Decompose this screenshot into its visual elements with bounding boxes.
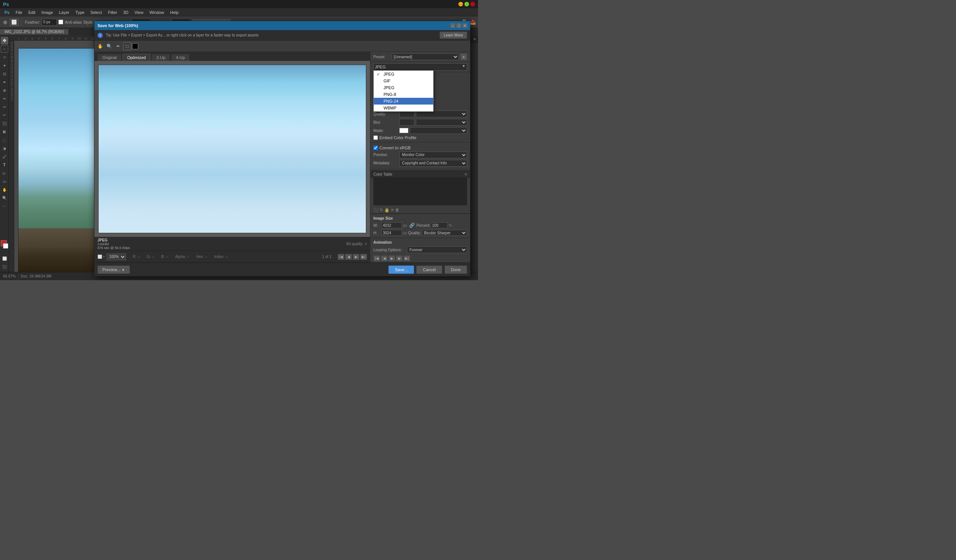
blur-select-arrow[interactable] bbox=[416, 119, 467, 125]
looping-row: Looping Options: Forever bbox=[373, 246, 467, 254]
sfw-close-button[interactable]: ✕ bbox=[462, 24, 467, 28]
color-table-icon4[interactable]: ✕ bbox=[391, 208, 394, 212]
percent-input[interactable] bbox=[431, 222, 448, 228]
preview-button[interactable]: Preview... ▼ bbox=[97, 265, 130, 274]
anim-prev-button[interactable]: ◀ bbox=[345, 254, 352, 260]
preview-settings-label: Preview: bbox=[373, 153, 398, 157]
checkmark-jpeg1: ✓ bbox=[377, 72, 381, 76]
height-size-label: H: bbox=[373, 231, 380, 235]
sfw-zoom-tool[interactable]: 🔍 bbox=[105, 42, 113, 50]
embed-color-checkbox[interactable] bbox=[373, 135, 378, 140]
embed-color-label: Embed Color Profile bbox=[379, 135, 416, 140]
sfw-title-bar: Save for Web (100%) — □ ✕ bbox=[94, 21, 470, 30]
sfw-info-bar: JPEG 3,643M 676 sec @ 56.6 Kbps 80 quali… bbox=[94, 237, 370, 251]
anim-go-first[interactable]: |◀ bbox=[373, 256, 380, 261]
preset-row: Preset: [Unnamed] ≡ bbox=[370, 52, 470, 62]
tip-text: Tip: Use File > Export > Export As... or… bbox=[106, 33, 437, 37]
cancel-button[interactable]: Cancel bbox=[416, 265, 442, 274]
sfw-toolbar: ✋ 🔍 ✒ □ bbox=[94, 41, 470, 52]
matte-swatch[interactable] bbox=[399, 128, 408, 133]
preset-menu-button[interactable]: ≡ bbox=[460, 53, 467, 60]
format-option-jpeg1[interactable]: ✓ JPEG bbox=[374, 71, 433, 77]
format-option-jpeg2[interactable]: JPEG bbox=[374, 84, 433, 91]
convert-srgb-row: Convert to sRGB bbox=[370, 144, 470, 151]
sfw-minimize-button[interactable]: — bbox=[451, 24, 455, 28]
sfw-tab-2up[interactable]: 2-Up bbox=[151, 54, 170, 61]
preset-select[interactable]: [Unnamed] bbox=[392, 53, 459, 60]
sfw-tab-original[interactable]: Original bbox=[97, 54, 121, 61]
anim-go-prev[interactable]: ◀ bbox=[381, 256, 388, 261]
quality-resample-select[interactable]: Bicubic Sharper bbox=[422, 230, 467, 236]
format-option-wbmp[interactable]: WBMP bbox=[374, 105, 433, 111]
looping-label: Looping Options: bbox=[373, 248, 406, 252]
quality-resample-label: Quality: bbox=[408, 231, 421, 235]
anim-go-play[interactable]: ▶ bbox=[388, 256, 395, 261]
sfw-action-buttons: Preview... ▼ Save... Cancel Done bbox=[94, 262, 470, 276]
sfw-foreground-swatch[interactable] bbox=[132, 43, 138, 49]
pixel-index-info: Index: -- bbox=[214, 255, 228, 259]
sfw-tab-optimized[interactable]: Optimized bbox=[122, 54, 151, 61]
info-menu-icon[interactable]: ≡ bbox=[365, 242, 367, 246]
quality-label: Quality: bbox=[373, 112, 398, 116]
width-size-input[interactable] bbox=[381, 222, 402, 228]
format-option-gif[interactable]: GIF bbox=[374, 77, 433, 84]
matte-select[interactable] bbox=[410, 127, 467, 134]
pixel-b-info: B: -- bbox=[161, 255, 168, 259]
link-dimensions-icon[interactable]: 🔗 bbox=[409, 223, 415, 228]
learn-more-button[interactable]: Learn More bbox=[440, 31, 467, 39]
color-table-icon2[interactable]: ↻ bbox=[380, 208, 383, 212]
format-select[interactable]: JPEG bbox=[373, 63, 467, 71]
image-format-info: JPEG bbox=[97, 238, 130, 242]
save-button[interactable]: Save... bbox=[388, 265, 414, 274]
info-icon: i bbox=[97, 33, 103, 38]
width-unit-label: px bbox=[403, 223, 407, 227]
save-for-web-dialog: Save for Web (100%) — □ ✕ i Tip: Use Fil… bbox=[94, 21, 470, 276]
width-size-label: W: bbox=[373, 223, 380, 227]
format-option-png8[interactable]: PNG-8 bbox=[374, 91, 433, 98]
sfw-overlay: Save for Web (100%) — □ ✕ i Tip: Use Fil… bbox=[0, 0, 478, 280]
blur-input[interactable] bbox=[399, 119, 414, 125]
color-table-icon5[interactable]: 🗑 bbox=[395, 208, 399, 212]
blur-row: Blur: bbox=[370, 118, 470, 126]
color-table-icon1[interactable]: ⬛ bbox=[373, 208, 379, 212]
color-table-icon3[interactable]: 🔒 bbox=[384, 208, 390, 212]
height-unit-label: px bbox=[403, 231, 407, 235]
zoom-plus-icon[interactable]: + bbox=[103, 255, 105, 259]
image-size-header: Image Size bbox=[373, 215, 467, 221]
anim-go-last[interactable]: ▶| bbox=[404, 256, 410, 261]
sfw-select-tool[interactable]: □ bbox=[123, 42, 131, 50]
format-option-png24[interactable]: PNG-24 bbox=[374, 98, 433, 105]
percent-sign: % bbox=[449, 223, 452, 227]
anim-first-button[interactable]: |◀ bbox=[338, 254, 344, 260]
anim-next-button[interactable]: ▶| bbox=[360, 254, 367, 260]
convert-srgb-checkbox[interactable] bbox=[373, 146, 378, 150]
percent-label: Percent bbox=[417, 223, 429, 227]
matte-row: Matte: bbox=[370, 126, 470, 135]
done-button[interactable]: Done bbox=[445, 265, 467, 274]
image-size-section: Image Size W: px 🔗 Percent % H: bbox=[370, 213, 470, 238]
looping-select[interactable]: Forever bbox=[407, 246, 467, 253]
metadata-select[interactable]: Copyright and Contact Info bbox=[399, 160, 467, 166]
sfw-eyedropper-tool[interactable]: ✒ bbox=[114, 42, 122, 50]
sfw-maximize-button[interactable]: □ bbox=[456, 24, 461, 28]
pixel-r-info: R: -- bbox=[133, 255, 140, 259]
anim-play-button[interactable]: ▶ bbox=[353, 254, 359, 260]
sfw-tab-4up[interactable]: 4-Up bbox=[171, 54, 190, 61]
sfw-image-preview[interactable] bbox=[94, 61, 370, 237]
metadata-row: Metadata: Copyright and Contact Info bbox=[370, 159, 470, 167]
sfw-content: Original Optimized 2-Up 4-Up bbox=[94, 52, 470, 262]
preview-settings-select[interactable]: Monitor Color bbox=[399, 152, 467, 158]
page-indicator: 1 of 1 bbox=[322, 255, 332, 259]
zoom-box-icon: ⬜ bbox=[97, 255, 102, 259]
animation-controls: |◀ ◀ ▶ ▶ ▶| bbox=[373, 256, 467, 261]
preview-row: Preview: Monitor Color bbox=[370, 151, 470, 159]
preview-dropdown-icon[interactable]: ▼ bbox=[121, 268, 125, 272]
height-size-input[interactable] bbox=[381, 230, 402, 236]
sfw-title: Save for Web (100%) bbox=[97, 24, 138, 28]
color-table-menu-icon[interactable]: ≡ bbox=[465, 172, 467, 176]
anim-go-next[interactable]: ▶ bbox=[396, 256, 403, 261]
sfw-bottom-controls: ⬜ + 100% R: -- G: -- B: -- Alpha: -- Hex… bbox=[94, 251, 370, 262]
pixel-g-info: G: -- bbox=[147, 255, 154, 259]
sfw-hand-tool[interactable]: ✋ bbox=[96, 42, 104, 50]
zoom-select[interactable]: 100% bbox=[107, 254, 126, 260]
